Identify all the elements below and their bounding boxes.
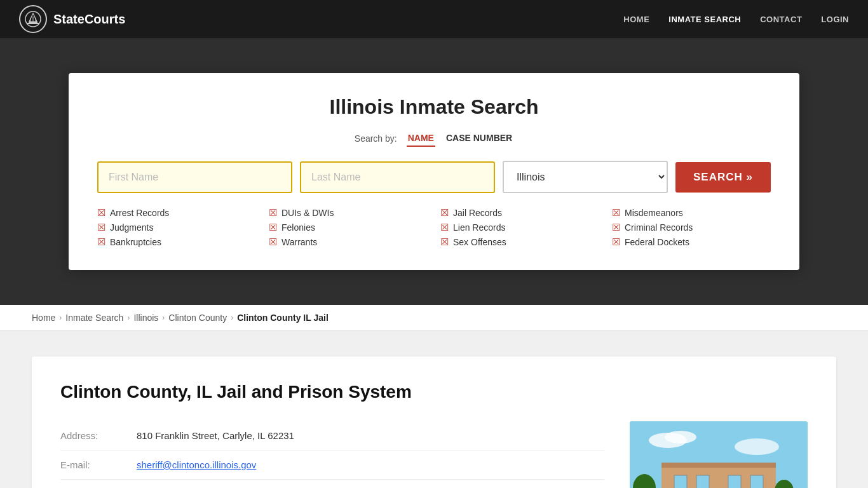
checkbox-item: ☒Judgments bbox=[97, 222, 256, 233]
breadcrumb-separator: › bbox=[127, 313, 130, 322]
checkbox-item: ☒Lien Records bbox=[440, 222, 599, 233]
check-icon: ☒ bbox=[440, 236, 449, 248]
breadcrumb-item: Clinton County IL Jail bbox=[237, 313, 329, 323]
info-row: E-mail:sheriff@clintonco.illinois.gov bbox=[60, 451, 604, 480]
nav-home[interactable]: HOME bbox=[623, 15, 649, 24]
breadcrumb-item[interactable]: Inmate Search bbox=[65, 313, 123, 323]
info-link-value[interactable]: sheriff@clintonco.illinois.gov bbox=[137, 459, 256, 470]
checkbox-item: ☒Bankruptcies bbox=[97, 236, 256, 248]
info-label: Address: bbox=[60, 430, 137, 441]
check-icon: ☒ bbox=[612, 222, 620, 233]
check-icon: ☒ bbox=[269, 222, 277, 233]
svg-rect-16 bbox=[696, 475, 709, 488]
info-row: Phone:618-594-4556 bbox=[60, 480, 604, 488]
breadcrumb-item[interactable]: Home bbox=[32, 313, 55, 323]
breadcrumb-separator: › bbox=[162, 313, 165, 322]
building-image bbox=[630, 421, 808, 488]
state-select[interactable]: Illinois Alabama Alaska Arizona Californ… bbox=[503, 161, 668, 193]
check-icon: ☒ bbox=[269, 236, 277, 248]
svg-rect-2 bbox=[27, 23, 39, 24]
checkbox-label: DUIs & DWIs bbox=[281, 208, 334, 218]
check-icon: ☒ bbox=[440, 207, 449, 219]
site-logo-text[interactable]: StateCourts bbox=[53, 12, 125, 27]
tab-name[interactable]: NAME bbox=[407, 130, 435, 147]
breadcrumb-separator: › bbox=[59, 313, 62, 322]
search-card-title: Illinois Inmate Search bbox=[97, 95, 771, 119]
search-button[interactable]: SEARCH » bbox=[675, 162, 771, 193]
content-right bbox=[630, 421, 808, 488]
checkbox-label: Lien Records bbox=[453, 222, 506, 233]
checkbox-label: Arrest Records bbox=[110, 208, 169, 218]
content-left: Address:810 Franklin Street, Carlyle, IL… bbox=[60, 421, 604, 488]
checkbox-label: Jail Records bbox=[453, 208, 502, 218]
tab-case-number[interactable]: CASE NUMBER bbox=[445, 130, 513, 147]
search-by-row: Search by: NAME CASE NUMBER bbox=[97, 130, 771, 147]
checkbox-label: Bankruptcies bbox=[110, 237, 161, 247]
checkbox-item: ☒Sex Offenses bbox=[440, 236, 599, 248]
hero-background: COURTHOUSE Illinois Inmate Search Search… bbox=[0, 38, 868, 305]
breadcrumb-item[interactable]: Illinois bbox=[133, 313, 158, 323]
content-title: Clinton County, IL Jail and Prison Syste… bbox=[60, 382, 808, 402]
search-by-label: Search by: bbox=[355, 133, 397, 144]
checkbox-label: Felonies bbox=[281, 222, 315, 233]
check-icon: ☒ bbox=[97, 207, 105, 219]
content-area: Clinton County, IL Jail and Prison Syste… bbox=[0, 331, 868, 488]
checkbox-label: Warrants bbox=[281, 237, 317, 247]
checkbox-item: ☒DUIs & DWIs bbox=[269, 207, 428, 219]
checkbox-label: Sex Offenses bbox=[453, 237, 506, 247]
svg-point-10 bbox=[735, 438, 779, 455]
svg-rect-15 bbox=[674, 475, 687, 488]
first-name-input[interactable] bbox=[97, 161, 292, 193]
info-row: Address:810 Franklin Street, Carlyle, IL… bbox=[60, 421, 604, 451]
breadcrumb: Home›Inmate Search›Illinois›Clinton Coun… bbox=[0, 305, 868, 331]
svg-rect-17 bbox=[728, 475, 741, 488]
checkbox-item: ☒Felonies bbox=[269, 222, 428, 233]
svg-rect-18 bbox=[750, 475, 763, 488]
search-inputs-row: Illinois Alabama Alaska Arizona Californ… bbox=[97, 161, 771, 193]
last-name-input[interactable] bbox=[300, 161, 495, 193]
checkbox-item: ☒Jail Records bbox=[440, 207, 599, 219]
checkboxes-grid: ☒Arrest Records☒DUIs & DWIs☒Jail Records… bbox=[97, 207, 771, 248]
info-label: E-mail: bbox=[60, 459, 137, 470]
main-nav: HOME INMATE SEARCH CONTACT LOGIN bbox=[623, 15, 849, 24]
checkbox-item: ☒Misdemeanors bbox=[612, 207, 771, 219]
logo-area: StateCourts bbox=[19, 5, 125, 33]
nav-login[interactable]: LOGIN bbox=[821, 15, 849, 24]
breadcrumb-separator: › bbox=[231, 313, 233, 322]
logo-icon bbox=[19, 5, 47, 33]
search-card: Illinois Inmate Search Search by: NAME C… bbox=[69, 73, 799, 270]
content-card: Clinton County, IL Jail and Prison Syste… bbox=[32, 356, 836, 488]
nav-contact[interactable]: CONTACT bbox=[760, 15, 802, 24]
checkbox-item: ☒Warrants bbox=[269, 236, 428, 248]
checkbox-label: Misdemeanors bbox=[625, 208, 683, 218]
check-icon: ☒ bbox=[97, 222, 105, 233]
checkbox-item: ☒Arrest Records bbox=[97, 207, 256, 219]
hero-section: COURTHOUSE Illinois Inmate Search Search… bbox=[0, 38, 868, 305]
svg-rect-14 bbox=[661, 463, 776, 468]
checkbox-item: ☒Federal Dockets bbox=[612, 236, 771, 248]
svg-point-9 bbox=[665, 431, 696, 444]
checkbox-label: Judgments bbox=[110, 222, 153, 233]
check-icon: ☒ bbox=[612, 207, 620, 219]
check-icon: ☒ bbox=[440, 222, 449, 233]
checkbox-item: ☒Criminal Records bbox=[612, 222, 771, 233]
header: StateCourts HOME INMATE SEARCH CONTACT L… bbox=[0, 0, 868, 38]
info-value: 810 Franklin Street, Carlyle, IL 62231 bbox=[137, 430, 294, 441]
check-icon: ☒ bbox=[97, 236, 105, 248]
checkbox-label: Federal Dockets bbox=[625, 237, 689, 247]
checkbox-label: Criminal Records bbox=[625, 222, 693, 233]
check-icon: ☒ bbox=[269, 207, 277, 219]
content-layout: Address:810 Franklin Street, Carlyle, IL… bbox=[60, 421, 808, 488]
breadcrumb-item[interactable]: Clinton County bbox=[168, 313, 227, 323]
check-icon: ☒ bbox=[612, 236, 620, 248]
nav-inmate-search[interactable]: INMATE SEARCH bbox=[668, 15, 741, 24]
